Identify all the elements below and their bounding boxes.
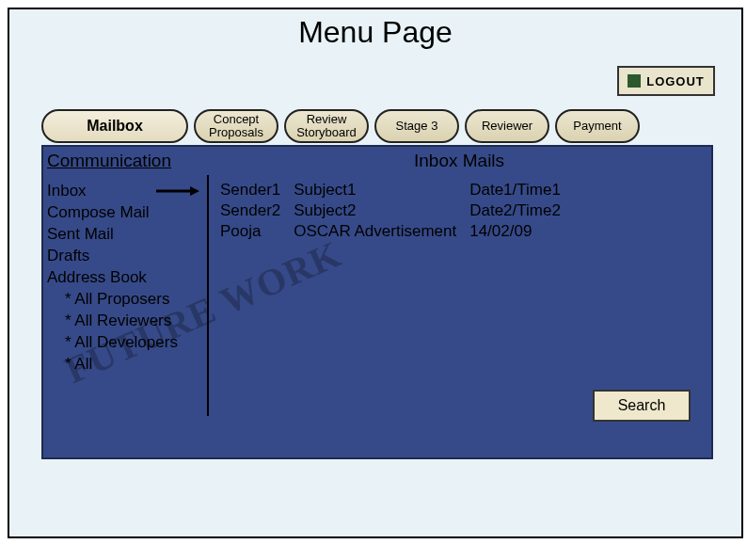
sidebar-sub-reviewers[interactable]: * All Reviewers [47,311,201,332]
table-row[interactable]: Pooja OSCAR Advertisement 14/02/09 [220,222,574,243]
sidebar-item-inbox[interactable]: Inbox [47,181,201,202]
mail-subject: OSCAR Advertisement [294,222,469,243]
mail-date: 14/02/09 [469,222,574,243]
section-title[interactable]: Communication [47,151,171,171]
mail-subject: Subject2 [294,201,469,222]
logout-button[interactable]: LOGOUT [617,66,715,96]
table-row[interactable]: Sender2 Subject2 Date2/Time2 [220,201,574,222]
sidebar-sub-proposers[interactable]: * All Proposers [47,289,201,311]
page-title: Menu Page [9,15,741,50]
tab-reviewer[interactable]: Reviewer [465,109,549,143]
arrow-icon [156,185,199,197]
tab-row: Mailbox Concept Proposals Review Storybo… [41,109,640,143]
mail-subject: Subject1 [294,181,469,201]
sidebar-item-label: Inbox [47,181,87,202]
svg-marker-1 [190,186,199,196]
mail-date: Date2/Time2 [469,201,574,222]
tab-stage-3[interactable]: Stage 3 [374,109,459,143]
divider [207,175,209,416]
sidebar-sub-all[interactable]: * All [47,354,201,376]
table-row[interactable]: Sender1 Subject1 Date1/Time1 [220,181,574,201]
sidebar-item-sent[interactable]: Sent Mail [47,224,201,246]
logout-label: LOGOUT [646,74,705,88]
tab-review-storyboard[interactable]: Review Storyboard [284,109,369,143]
sidebar-sub-developers[interactable]: * All Developers [47,332,201,354]
search-button[interactable]: Search [593,390,691,422]
sidebar-item-compose[interactable]: Compose Mail [47,202,201,224]
mail-date: Date1/Time1 [469,181,574,201]
mail-sender: Sender2 [220,201,294,222]
sidebar-item-drafts[interactable]: Drafts [47,246,201,267]
sidebar-item-address-book[interactable]: Address Book [47,267,201,289]
tab-mailbox[interactable]: Mailbox [41,109,188,143]
inbox-heading: Inbox Mails [414,151,504,171]
mail-list: Sender1 Subject1 Date1/Time1 Sender2 Sub… [220,181,574,243]
tab-concept-proposals[interactable]: Concept Proposals [194,109,278,143]
mail-sender: Sender1 [220,181,294,201]
sidebar: Inbox Compose Mail Sent Mail Drafts Addr… [47,181,201,375]
tab-payment[interactable]: Payment [555,109,640,143]
logout-icon [628,74,641,88]
mail-sender: Pooja [220,222,294,243]
